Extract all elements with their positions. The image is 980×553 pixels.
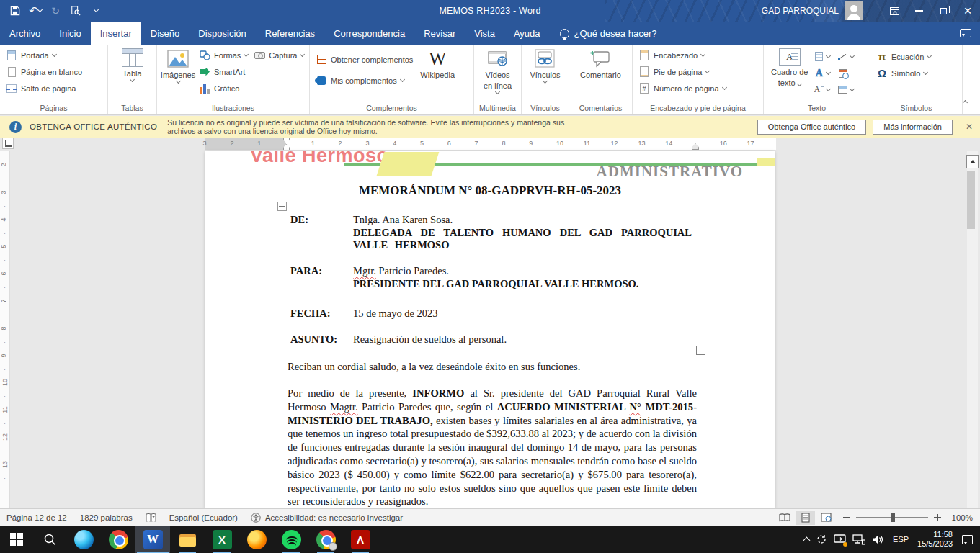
- save-icon[interactable]: [7, 2, 23, 19]
- taskbar-search-button[interactable]: [33, 526, 66, 553]
- tell-me-box[interactable]: ¿Qué desea hacer?: [550, 22, 667, 45]
- read-mode-view-button[interactable]: [775, 511, 794, 525]
- zoom-in-icon[interactable]: [934, 514, 941, 521]
- vertical-ruler[interactable]: 2·3·4·5·6·7·8·9·10·11·12·13·: [0, 151, 10, 508]
- close-button[interactable]: [956, 0, 980, 22]
- get-genuine-office-button[interactable]: Obtenga Office auténtico: [757, 120, 867, 135]
- minimize-button[interactable]: [906, 0, 931, 22]
- portada-button[interactable]: Portada: [3, 47, 85, 63]
- collapse-ribbon-button[interactable]: [963, 94, 967, 107]
- field-de: DE: Tnlga. Ana Karen Sosa. DELEGADA DE T…: [290, 214, 308, 226]
- tab-selector-button[interactable]: [2, 138, 14, 149]
- table-move-handle[interactable]: [277, 202, 287, 211]
- tab-insertar[interactable]: Insertar: [91, 22, 141, 45]
- redo-button[interactable]: [48, 2, 63, 19]
- tray-language[interactable]: ESP: [891, 535, 911, 544]
- vinculos-button[interactable]: Vínculos: [525, 47, 564, 83]
- scrollbar-thumb[interactable]: [967, 171, 975, 229]
- mis-complementos-button[interactable]: Mis complementos: [313, 72, 416, 89]
- obtener-complementos-button[interactable]: Obtener complementos: [313, 51, 416, 68]
- language-indicator[interactable]: Español (Ecuador): [163, 513, 244, 522]
- letra-capital-button[interactable]: [814, 81, 830, 98]
- scroll-up-button[interactable]: [966, 155, 979, 168]
- taskbar-excel[interactable]: X: [205, 526, 239, 553]
- taskbar-edge[interactable]: [66, 526, 101, 553]
- tray-show-hidden-icon[interactable]: [803, 537, 811, 544]
- avatar[interactable]: [845, 1, 863, 20]
- objeto-button[interactable]: [837, 81, 854, 98]
- elementos-rapidos-button[interactable]: [814, 48, 830, 65]
- tab-referencias[interactable]: Referencias: [256, 22, 324, 45]
- tab-correspondencia[interactable]: Correspondencia: [324, 22, 414, 45]
- group-multimedia: Vídeos en línea Multimedia: [474, 45, 522, 114]
- print-preview-icon[interactable]: [68, 2, 84, 19]
- start-button[interactable]: [0, 526, 33, 553]
- tray-clock[interactable]: 11:58 15/5/2023: [917, 530, 953, 549]
- banner-close-icon[interactable]: [966, 122, 973, 131]
- tray-display-share-icon[interactable]: [834, 534, 846, 545]
- fecha-y-hora-button[interactable]: [837, 65, 854, 81]
- tab-inicio[interactable]: Inicio: [50, 22, 90, 45]
- captura-button[interactable]: Captura: [251, 47, 307, 63]
- taskbar-spotify[interactable]: [274, 526, 308, 553]
- pagina-en-blanco-button[interactable]: Página en blanco: [3, 63, 85, 80]
- taskbar-firefox[interactable]: [239, 526, 274, 553]
- taskbar-chrome[interactable]: [101, 526, 135, 553]
- more-info-button[interactable]: Más información: [873, 120, 953, 135]
- vertical-scrollbar[interactable]: [967, 151, 978, 508]
- simbolo-button[interactable]: Símbolo: [873, 65, 934, 81]
- salto-de-pagina-button[interactable]: Salto de página: [3, 80, 85, 96]
- wikipedia-button[interactable]: Wikipedia: [416, 47, 459, 79]
- taskbar-word[interactable]: W: [135, 526, 170, 553]
- tray-sync-icon[interactable]: [816, 534, 827, 545]
- restore-button[interactable]: [931, 0, 956, 22]
- firma-button[interactable]: [837, 48, 854, 65]
- info-icon: i: [9, 121, 22, 133]
- zoom-out-icon[interactable]: [843, 517, 850, 518]
- tray-network-icon[interactable]: [852, 534, 865, 545]
- proofing-error-icon[interactable]: [139, 513, 163, 523]
- zoom-slider[interactable]: [843, 514, 941, 521]
- zoom-percentage[interactable]: 100%: [948, 513, 973, 522]
- group-label-tablas: Tablas: [108, 104, 156, 114]
- print-layout-view-button[interactable]: [796, 511, 815, 525]
- formas-button[interactable]: Formas: [196, 47, 251, 63]
- tray-volume-icon[interactable]: [872, 534, 884, 545]
- tabla-button[interactable]: Tabla: [115, 47, 151, 81]
- tab-revisar[interactable]: Revisar: [414, 22, 465, 45]
- account-name[interactable]: GAD PARROQUIAL: [762, 6, 839, 16]
- ecuacion-button[interactable]: Ecuación: [873, 48, 934, 65]
- tab-vista[interactable]: Vista: [465, 22, 504, 45]
- inline-checkbox[interactable]: [696, 346, 705, 355]
- comentario-button[interactable]: Comentario: [576, 47, 625, 79]
- page-count[interactable]: Página 12 de 12: [0, 513, 74, 522]
- ribbon-display-options-button[interactable]: [882, 0, 906, 22]
- tab-ayuda[interactable]: Ayuda: [504, 22, 550, 45]
- encabezado-button[interactable]: Encabezado: [636, 47, 729, 63]
- notification-center-icon[interactable]: [962, 535, 973, 544]
- customize-qat-button[interactable]: [88, 2, 104, 19]
- taskbar-file-explorer[interactable]: [170, 526, 205, 553]
- tab-diseno[interactable]: Diseño: [141, 22, 189, 45]
- web-layout-view-button[interactable]: [816, 511, 836, 525]
- feedback-icon[interactable]: [960, 22, 980, 45]
- cuadro-de-texto-button[interactable]: Cuadro de texto: [767, 47, 812, 87]
- tab-disposicion[interactable]: Disposición: [189, 22, 255, 45]
- word-count[interactable]: 1829 palabras: [74, 513, 139, 522]
- numero-de-pagina-button[interactable]: Número de página: [636, 80, 729, 96]
- taskbar-chrome-profile[interactable]: [308, 526, 343, 553]
- undo-button[interactable]: [27, 2, 43, 19]
- tab-archivo[interactable]: Archivo: [0, 22, 50, 45]
- videos-en-linea-button[interactable]: Vídeos en línea: [479, 47, 516, 94]
- zoom-slider-handle[interactable]: [891, 513, 895, 522]
- accessibility-status[interactable]: Accesibilidad: es necesario investigar: [244, 513, 409, 523]
- taskbar-acrobat[interactable]: Λ: [343, 526, 378, 553]
- wordart-button[interactable]: [814, 65, 830, 81]
- grafico-button[interactable]: Gráfico: [196, 80, 251, 96]
- ruler-mark: ·: [408, 139, 410, 146]
- smartart-button[interactable]: SmartArt: [196, 63, 251, 80]
- imagenes-button[interactable]: Imágenes: [160, 47, 196, 83]
- document-page[interactable]: Valle Hermoso ADMINISTRATIVO MEMORÁNDUM …: [205, 151, 775, 508]
- horizontal-ruler[interactable]: 3·2·1· ·1·2·3·4·5·6·7·8·9·10·11·12·13·14…: [205, 138, 776, 150]
- pie-de-pagina-button[interactable]: Pie de página: [636, 63, 729, 80]
